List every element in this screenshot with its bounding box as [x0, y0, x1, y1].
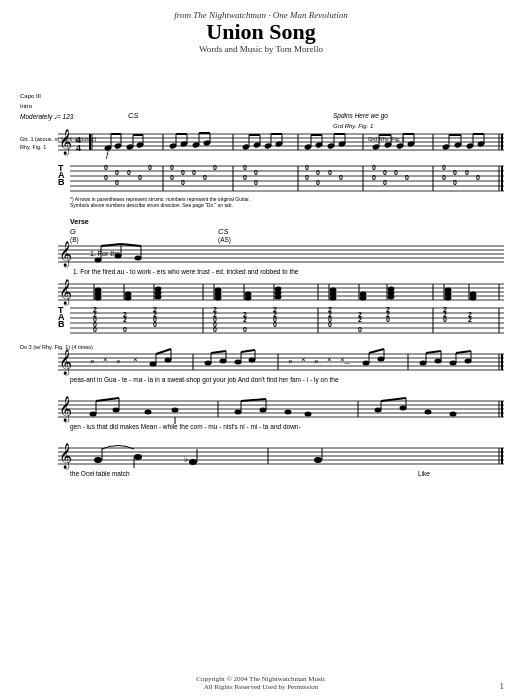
svg-text:0: 0 — [465, 169, 469, 176]
svg-point-299 — [378, 357, 385, 362]
svg-point-359 — [189, 459, 197, 465]
svg-point-322 — [90, 412, 97, 417]
svg-point-177 — [154, 286, 162, 292]
svg-point-303 — [420, 361, 427, 366]
svg-text:gen - ius   that  did   makes : gen - ius that did makes Mean - while th… — [70, 423, 301, 431]
svg-point-333 — [260, 408, 267, 413]
svg-text:0: 0 — [170, 164, 174, 171]
svg-point-341 — [400, 406, 407, 411]
svg-point-152 — [95, 258, 102, 263]
svg-text:0: 0 — [383, 169, 387, 176]
svg-text:Grd Rhy. Fig. 1: Grd Rhy. Fig. 1 — [368, 136, 405, 142]
svg-point-363 — [314, 457, 322, 463]
svg-text:Capo III: Capo III — [20, 93, 41, 99]
svg-line-285 — [211, 351, 226, 353]
page-number: 1 — [500, 681, 505, 691]
svg-text:CS: CS — [218, 227, 228, 236]
svg-text:0: 0 — [213, 164, 217, 171]
svg-line-301 — [369, 349, 384, 353]
svg-text:×_: ×_ — [340, 355, 350, 364]
svg-text:0: 0 — [243, 164, 247, 171]
svg-text:0: 0 — [181, 169, 185, 176]
svg-text:𝄞: 𝄞 — [59, 279, 72, 306]
svg-text:1. For the: 1. For the — [90, 250, 120, 257]
svg-text:×: × — [133, 355, 138, 364]
svg-text:0: 0 — [305, 174, 309, 181]
svg-text:♭: ♭ — [184, 454, 188, 464]
svg-text:0: 0 — [254, 169, 258, 176]
copyright-line: Copyright © 2004 The Nightwatchman Music — [0, 675, 522, 683]
subtitle: Words and Music by Tom Morello — [18, 44, 504, 54]
svg-text:Verse: Verse — [70, 218, 89, 225]
svg-text:2: 2 — [468, 316, 472, 323]
svg-text:0: 0 — [104, 174, 108, 181]
svg-text:0: 0 — [383, 179, 387, 186]
svg-text:B: B — [58, 177, 65, 187]
svg-point-286 — [235, 360, 242, 365]
svg-point-308 — [450, 361, 457, 366]
svg-text:0: 0 — [203, 174, 207, 181]
svg-text:0: 0 — [339, 174, 343, 181]
svg-text:0: 0 — [243, 174, 247, 181]
svg-text:B: B — [58, 319, 65, 329]
svg-text:𝄞: 𝄞 — [59, 129, 72, 156]
svg-text:0: 0 — [453, 179, 457, 186]
svg-line-312 — [456, 351, 471, 353]
svg-text:𝄞: 𝄞 — [59, 443, 72, 470]
header: from The Nightwatchman · One Man Revolut… — [18, 10, 504, 54]
svg-text:0: 0 — [305, 164, 309, 171]
svg-text:Grd Rhy. Fig. 1: Grd Rhy. Fig. 1 — [333, 123, 373, 129]
svg-point-297 — [363, 361, 370, 366]
music-score: Capo III Intro Moderately ♩= 123 CS Spdi… — [18, 56, 504, 696]
svg-text:0: 0 — [316, 169, 320, 176]
svg-text:(AS): (AS) — [218, 236, 231, 244]
svg-text:CS: CS — [128, 111, 138, 120]
svg-text:0: 0 — [405, 174, 409, 181]
svg-text:Like: Like — [418, 470, 430, 477]
svg-point-337 — [305, 412, 312, 417]
svg-text:the   Ocei        table       : the Ocei table match — [70, 470, 130, 477]
svg-text:0: 0 — [127, 169, 131, 176]
svg-point-328 — [172, 408, 179, 413]
svg-line-307 — [426, 351, 441, 353]
svg-point-345 — [450, 412, 457, 417]
svg-text:×: × — [103, 355, 108, 364]
svg-text:0: 0 — [442, 174, 446, 181]
svg-point-275 — [150, 362, 157, 367]
svg-text:0: 0 — [153, 321, 157, 328]
svg-text:G: G — [70, 227, 76, 236]
svg-point-336 — [285, 410, 292, 415]
svg-point-283 — [220, 359, 227, 364]
svg-text:𝄞: 𝄞 — [59, 396, 72, 423]
svg-point-331 — [235, 410, 242, 415]
svg-text:Do 3 (w/ Rhy. Fig. 1) (4 times: Do 3 (w/ Rhy. Fig. 1) (4 times) — [20, 344, 93, 350]
svg-text:×: × — [327, 355, 332, 364]
svg-line-343 — [381, 398, 406, 401]
svg-text:0: 0 — [358, 326, 362, 333]
svg-text:0: 0 — [181, 179, 185, 186]
svg-text:×: × — [314, 357, 319, 366]
page: from The Nightwatchman · One Man Revolut… — [0, 0, 522, 696]
svg-text:0: 0 — [243, 326, 247, 333]
svg-text:0: 0 — [138, 174, 142, 181]
svg-point-288 — [249, 358, 256, 363]
svg-point-344 — [425, 410, 432, 415]
svg-text:0: 0 — [192, 169, 196, 176]
svg-text:1. For the   fired  au - to  w: 1. For the fired au - to work - ers who … — [73, 268, 299, 275]
svg-text:0: 0 — [328, 169, 332, 176]
svg-text:0: 0 — [115, 169, 119, 176]
svg-point-305 — [435, 359, 442, 364]
svg-text:Moderately ♩= 123: Moderately ♩= 123 — [20, 113, 74, 121]
svg-point-156 — [135, 256, 142, 261]
svg-point-355 — [94, 457, 102, 463]
svg-text:0: 0 — [148, 164, 152, 171]
svg-text:Symbols above numbers describe: Symbols above numbers describe strum dir… — [70, 202, 233, 208]
svg-point-310 — [465, 359, 472, 364]
svg-text:0: 0 — [316, 179, 320, 186]
svg-text:Rhy. Fig. 1: Rhy. Fig. 1 — [20, 144, 46, 150]
svg-text:0: 0 — [254, 179, 258, 186]
svg-text:×: × — [90, 357, 95, 366]
svg-text:×: × — [301, 355, 306, 364]
svg-text:0: 0 — [442, 164, 446, 171]
song-title: Union Song — [18, 20, 504, 44]
